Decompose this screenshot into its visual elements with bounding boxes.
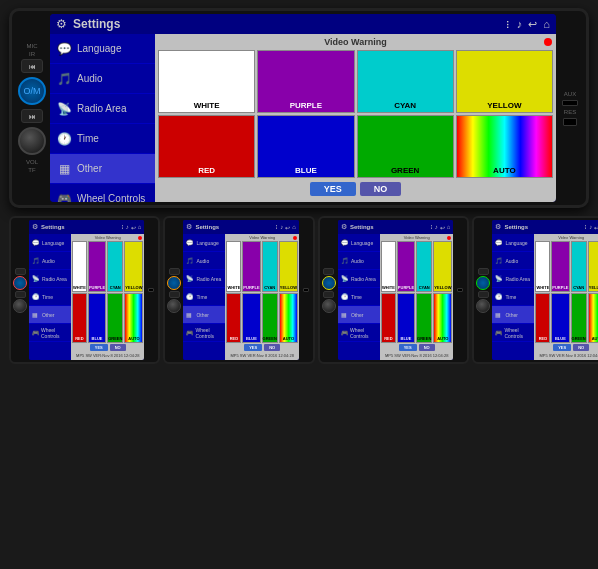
color-red: RED <box>158 115 255 178</box>
mini-next-1[interactable] <box>15 291 26 298</box>
color-white: WHITE <box>158 50 255 113</box>
next-btn[interactable]: ⏭ <box>21 109 43 123</box>
video-warning-panel: Video Warning WHITE PURPLE CYAN YELLOW R… <box>155 34 556 202</box>
video-warning-title: Video Warning <box>158 37 553 47</box>
main-screen: ⚙ Settings ⫶ ♪ ↩ ⌂ 💬 Language 🎵 Audio <box>50 14 556 202</box>
color-cyan: CYAN <box>357 50 454 113</box>
usb-slot <box>563 118 577 126</box>
yes-button[interactable]: YES <box>310 182 356 196</box>
mini-topbar-2: ⚙ Settings ⫶♪↩⌂ <box>183 220 298 234</box>
prev-btn[interactable]: ⏮ <box>21 59 43 73</box>
bottom-units-row: ⚙ Settings ⫶♪↩⌂ 💬Language 🎵Audio 📡Radio … <box>9 216 589 364</box>
mini-prev-1[interactable] <box>15 268 26 275</box>
mini-unit-2: ⚙ Settings ⫶♪↩⌂ 💬Language 🎵Audio 📡Radio … <box>163 216 314 364</box>
menu-audio-label: Audio <box>77 73 103 84</box>
settings-icon: ⚙ <box>56 17 67 31</box>
mini-yes-1[interactable]: YES <box>90 344 108 351</box>
right-controls: AUX RES <box>560 91 580 126</box>
no-button[interactable]: NO <box>360 182 402 196</box>
mini-power-2[interactable] <box>167 276 181 290</box>
main-unit: MIC IR ⏮ O/M ⏭ VOL TF ⚙ Settings ⫶ ♪ ↩ ⌂ <box>9 8 589 208</box>
power-label: O/M <box>24 86 41 96</box>
mini-prev-2[interactable] <box>169 268 180 275</box>
equalizer-icon[interactable]: ⫶ <box>505 18 511 30</box>
other-icon: ▦ <box>56 162 72 176</box>
res-label: RES <box>564 109 576 115</box>
mini-time-1[interactable]: 🕐Time <box>29 288 71 306</box>
menu-wheel[interactable]: 🎮 Wheel Controls <box>50 184 155 202</box>
ir-label: IR <box>29 51 35 57</box>
mini-video-1: Video Warning WHITE PURPLE CYAN YELLOW R… <box>71 234 144 360</box>
mini-next-2[interactable] <box>169 291 180 298</box>
mini-screen-2: ⚙ Settings ⫶♪↩⌂ 💬Language 🎵Audio 📡Radio … <box>183 220 298 360</box>
recording-indicator <box>544 38 552 46</box>
menu-audio[interactable]: 🎵 Audio <box>50 64 155 94</box>
aux-label: AUX <box>564 91 576 97</box>
volume-knob[interactable] <box>18 127 46 155</box>
top-bar-actions: ⫶ ♪ ↩ ⌂ <box>505 18 550 31</box>
menu-time[interactable]: 🕐 Time <box>50 124 155 154</box>
color-green: GREEN <box>357 115 454 178</box>
mini-lang-1[interactable]: 💬Language <box>29 234 71 252</box>
color-purple: PURPLE <box>257 50 354 113</box>
main-area: 💬 Language 🎵 Audio 📡 Radio Area 🕐 Time ▦ <box>50 34 556 202</box>
mic-label: MIC <box>27 43 38 49</box>
mini-wheel-1[interactable]: 🎮Wheel Controls <box>29 324 71 342</box>
button-row: YES NO <box>158 182 553 196</box>
mini-knob-1[interactable] <box>13 299 27 313</box>
mini-screen-1: ⚙ Settings ⫶♪↩⌂ 💬Language 🎵Audio 📡Radio … <box>29 220 144 360</box>
left-controls: MIC IR ⏮ O/M ⏭ VOL TF <box>18 43 46 173</box>
mini-settings-icon-1: ⚙ <box>32 223 38 231</box>
mini-no-1[interactable]: NO <box>110 344 126 351</box>
mini-audio-1[interactable]: 🎵Audio <box>29 252 71 270</box>
mini-unit-1: ⚙ Settings ⫶♪↩⌂ 💬Language 🎵Audio 📡Radio … <box>9 216 160 364</box>
mini-vtitle-1: Video Warning <box>72 235 143 240</box>
menu-radio[interactable]: 📡 Radio Area <box>50 94 155 124</box>
mini-sidebar-1: 💬Language 🎵Audio 📡Radio Area 🕐Time ▦Othe… <box>29 234 71 360</box>
mini-colorgrid-1: WHITE PURPLE CYAN YELLOW RED BLUE GREEN … <box>72 241 143 343</box>
mini-slot-1 <box>148 288 154 292</box>
menu-language[interactable]: 💬 Language <box>50 34 155 64</box>
tf-label: TF <box>28 167 35 173</box>
vol-label: VOL <box>26 159 38 165</box>
color-auto: AUTO <box>456 115 553 178</box>
mini-radio-1[interactable]: 📡Radio Area <box>29 270 71 288</box>
language-icon: 💬 <box>56 42 72 56</box>
menu-time-label: Time <box>77 133 99 144</box>
audio-icon: 🎵 <box>56 72 72 86</box>
mini-topbar-1: ⚙ Settings ⫶♪↩⌂ <box>29 220 144 234</box>
mini-other-1[interactable]: ▦Other <box>29 306 71 324</box>
mini-main-1: 💬Language 🎵Audio 📡Radio Area 🕐Time ▦Othe… <box>29 234 144 360</box>
mini-footer-1: MP5 SW VER:Nov 8 2016 12:04:28 <box>72 352 143 359</box>
wheel-icon: 🎮 <box>56 192 72 203</box>
mini-title-1: Settings <box>41 224 118 230</box>
mini-left-1 <box>13 268 27 313</box>
mini-right-1 <box>146 288 156 292</box>
color-yellow: YELLOW <box>456 50 553 113</box>
radio-icon: 📡 <box>56 102 72 116</box>
menu-wheel-label: Wheel Controls <box>77 193 145 202</box>
aux-slot <box>562 100 578 106</box>
footer-version: MP5 SW VER:Nov 8 2016 12:04:28 <box>158 198 553 202</box>
menu-other-label: Other <box>77 163 102 174</box>
mini-unit-3: ⚙ Settings ⫶♪↩⌂ 💬Language 🎵Audio 📡Radio … <box>318 216 469 364</box>
mini-top-right-1: ⫶♪↩⌂ <box>121 224 142 231</box>
color-blue: BLUE <box>257 115 354 178</box>
home-icon[interactable]: ⌂ <box>543 18 550 30</box>
volume-icon[interactable]: ♪ <box>517 18 523 30</box>
settings-sidebar: 💬 Language 🎵 Audio 📡 Radio Area 🕐 Time ▦ <box>50 34 155 202</box>
power-button[interactable]: O/M <box>18 77 46 105</box>
time-icon: 🕐 <box>56 132 72 146</box>
menu-radio-label: Radio Area <box>77 103 126 114</box>
back-icon[interactable]: ↩ <box>528 18 537 31</box>
mini-knob-2[interactable] <box>167 299 181 313</box>
mini-left-2 <box>167 268 181 313</box>
mini-power-1[interactable] <box>13 276 27 290</box>
color-grid: WHITE PURPLE CYAN YELLOW RED BLUE GREEN … <box>158 50 553 178</box>
top-bar: ⚙ Settings ⫶ ♪ ↩ ⌂ <box>50 14 556 34</box>
screen-title: Settings <box>73 17 499 31</box>
menu-other[interactable]: ▦ Other <box>50 154 155 184</box>
menu-language-label: Language <box>77 43 122 54</box>
mini-unit-4: ⚙ Settings ⫶♪↩⌂ 💬Language 🎵Audio 📡Radio … <box>472 216 598 364</box>
mini-btnrow-1: YES NO <box>72 344 143 351</box>
